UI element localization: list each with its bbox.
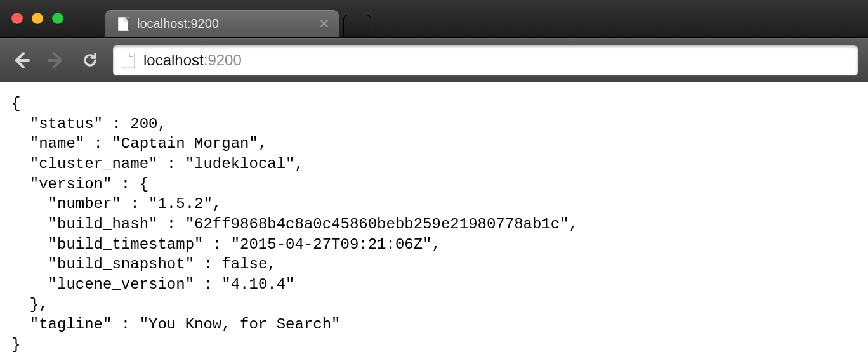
json-line: "tagline" : "You Know, for Search" [11,316,341,333]
json-line: "name" : "Captain Morgan", [11,135,267,152]
address-text: localhost:9200 [143,51,242,69]
json-line: "build_timestamp" : "2015-04-27T09:21:06… [11,236,441,253]
json-line: "cluster_name" : "ludeklocal", [11,155,304,172]
back-button[interactable] [10,49,33,72]
json-line: "version" : { [11,176,148,193]
json-line: } [11,336,20,353]
response-body: { "status" : 200, "name" : "Captain Morg… [0,82,868,364]
minimize-window-button[interactable] [32,13,43,24]
json-line: "lucene_version" : "4.10.4" [11,276,294,293]
browser-toolbar: localhost:9200 [0,38,868,82]
json-line: "status" : 200, [11,115,167,133]
address-port: :9200 [204,51,242,68]
file-icon [122,53,135,68]
file-icon [118,17,129,31]
browser-tab-strip: localhost:9200 [0,0,868,38]
json-line: "build_snapshot" : false, [11,256,277,273]
reload-button[interactable] [79,49,102,72]
close-tab-button[interactable] [320,18,329,30]
json-line: "build_hash" : "62ff9868b4c8a0c45860bebb… [11,216,578,233]
address-bar[interactable]: localhost:9200 [113,45,858,75]
tab-title: localhost:9200 [137,16,219,31]
json-line: { [11,95,20,112]
json-line: }, [11,296,48,313]
close-window-button[interactable] [11,13,23,24]
window-controls [11,13,63,24]
tab-active[interactable]: localhost:9200 [105,10,339,37]
tabs: localhost:9200 [105,0,371,37]
new-tab-button[interactable] [343,15,371,37]
address-host: localhost [143,51,204,68]
forward-button[interactable] [44,49,67,72]
zoom-window-button[interactable] [52,13,63,24]
json-line: "number" : "1.5.2", [11,195,221,212]
